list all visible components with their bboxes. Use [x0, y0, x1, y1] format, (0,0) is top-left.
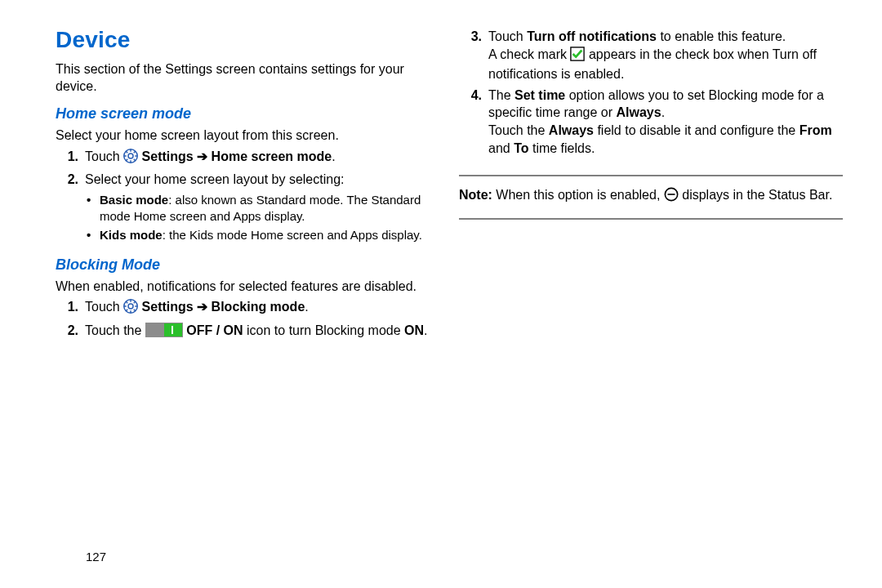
toggle-on-icon — [145, 323, 183, 342]
home-lead-text: Select your home screen layout from this… — [56, 127, 433, 145]
checkmark-box-icon — [570, 47, 585, 66]
svg-rect-22 — [172, 326, 173, 334]
right-column: 3. Touch Turn off notifications to enabl… — [459, 24, 843, 572]
svg-line-17 — [134, 310, 136, 311]
svg-line-8 — [126, 159, 127, 161]
divider-line — [459, 167, 843, 185]
svg-line-9 — [134, 151, 136, 153]
svg-line-6 — [126, 151, 127, 153]
kids-mode-desc: : the Kids mode Home screen and Apps dis… — [163, 228, 422, 242]
settings-label: Settings — [142, 300, 194, 314]
step-text: Touch the — [85, 323, 145, 337]
blocking-step-4: 4. The Set time option allows you to set… — [459, 87, 843, 157]
step-text: Touch — [85, 300, 123, 314]
followup-text: field to disable it and configure the — [594, 123, 800, 137]
home-screen-mode-label: Home screen mode — [212, 149, 332, 163]
step-number: 2. — [56, 171, 85, 189]
followup-text: Touch the — [488, 123, 549, 137]
followup-text: and — [488, 141, 514, 155]
basic-mode-label: Basic mode — [100, 193, 168, 207]
blocking-step-3: 3. Touch Turn off notifications to enabl… — [459, 28, 843, 83]
note-text: When this option is enabled, — [492, 188, 664, 202]
step-text: The — [488, 88, 514, 102]
step-text-tail: to enable this feature. — [657, 29, 786, 43]
step-number: 1. — [56, 148, 85, 166]
blocking-step-2: 2. Touch the OFF / ON icon to turn Block… — [56, 322, 433, 342]
svg-line-7 — [134, 159, 136, 161]
blocking-mode-status-icon — [664, 187, 679, 207]
page-title: Device — [56, 24, 433, 56]
blocking-lead-text: When enabled, notifications for selected… — [56, 278, 433, 296]
blocking-steps-left: 1. Touch — [56, 298, 433, 341]
intro-text: This section of the Settings screen cont… — [56, 60, 433, 96]
from-label: From — [800, 123, 832, 137]
blocking-steps-right: 3. Touch Turn off notifications to enabl… — [459, 28, 843, 157]
svg-line-16 — [126, 302, 127, 304]
blocking-mode-heading: Blocking Mode — [56, 255, 433, 274]
kids-mode-bullet: Kids mode: the Kids mode Home screen and… — [85, 227, 433, 243]
note-text-tail: displays in the Status Bar. — [682, 188, 832, 202]
manual-page: Device This section of the Settings scre… — [0, 0, 882, 588]
off-on-label: OFF / ON — [186, 323, 243, 337]
settings-label: Settings — [142, 149, 194, 163]
left-column: Device This section of the Settings scre… — [56, 24, 433, 572]
blocking-mode-label: Blocking mode — [212, 300, 305, 314]
followup-text: A check mark — [488, 47, 570, 61]
step-number: 4. — [459, 87, 488, 105]
note-label: Note: — [459, 188, 492, 202]
page-number: 127 — [86, 550, 106, 564]
kids-mode-label: Kids mode — [100, 228, 163, 242]
on-label: ON — [404, 323, 424, 337]
always-label: Always — [617, 105, 662, 119]
svg-point-11 — [128, 304, 133, 309]
divider-line — [459, 210, 843, 228]
step-number: 3. — [459, 28, 488, 46]
home-steps: 1. Touch — [56, 148, 433, 247]
home-step-1: 1. Touch — [56, 148, 433, 168]
arrow-icon: ➔ — [194, 300, 212, 314]
step-number: 2. — [56, 322, 85, 340]
home-step-2: 2. Select your home screen layout by sel… — [56, 171, 433, 246]
svg-point-1 — [128, 154, 133, 158]
to-label: To — [514, 141, 528, 155]
step-text-tail: icon to turn Blocking mode — [247, 323, 404, 337]
set-time-label: Set time — [514, 88, 565, 102]
home-modes-list: Basic mode: also known as Standard mode.… — [85, 192, 433, 243]
settings-gear-icon — [123, 149, 138, 168]
step-text: Touch — [85, 149, 123, 163]
always-label: Always — [549, 123, 594, 137]
turn-off-notifications-label: Turn off notifications — [527, 29, 657, 43]
followup-text: time fields. — [529, 141, 595, 155]
step-text: Select your home screen layout by select… — [85, 172, 345, 186]
home-screen-mode-heading: Home screen mode — [56, 104, 433, 123]
note-paragraph: Note: When this option is enabled, displ… — [459, 186, 843, 207]
settings-gear-icon — [123, 299, 138, 318]
svg-line-18 — [126, 310, 127, 311]
step-text: Touch — [488, 29, 527, 43]
svg-line-19 — [134, 302, 136, 304]
step-number: 1. — [56, 298, 85, 316]
arrow-icon: ➔ — [194, 149, 212, 163]
blocking-step-1: 1. Touch — [56, 298, 433, 318]
basic-mode-bullet: Basic mode: also known as Standard mode.… — [85, 192, 433, 224]
